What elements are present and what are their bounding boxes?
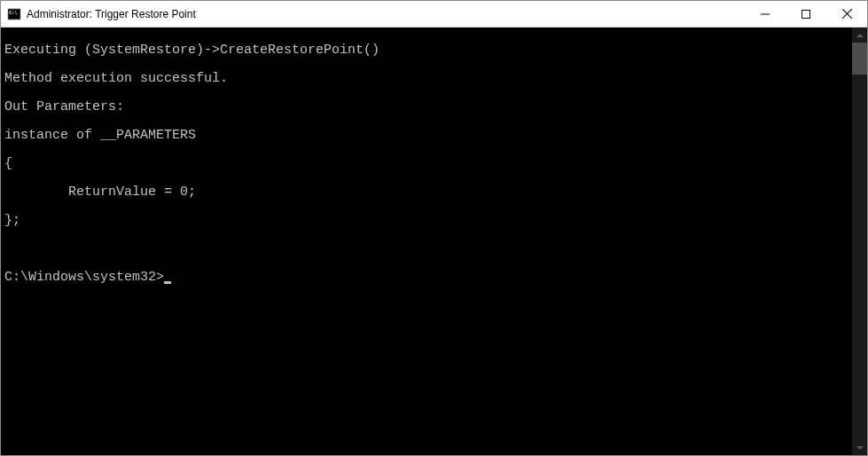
maximize-button[interactable] <box>786 1 826 27</box>
prompt: C:\Windows\system32> <box>4 271 164 285</box>
cmd-icon: C:\ <box>7 7 21 21</box>
cursor <box>164 281 171 284</box>
output-line: { <box>4 157 848 171</box>
vertical-scrollbar[interactable] <box>852 28 867 455</box>
console-output: Executing (SystemRestore)->CreateRestore… <box>1 28 852 455</box>
svg-marker-7 <box>856 446 864 450</box>
minimize-button[interactable] <box>745 1 786 27</box>
close-button[interactable] <box>826 1 867 27</box>
scroll-thumb[interactable] <box>852 43 867 75</box>
output-line: ReturnValue = 0; <box>4 185 848 200</box>
output-line: Executing (SystemRestore)->CreateRestore… <box>4 43 848 58</box>
svg-text:C:\: C:\ <box>9 10 17 15</box>
output-line: Out Parameters: <box>4 100 848 114</box>
output-line: }; <box>4 214 848 228</box>
titlebar[interactable]: C:\ Administrator: Trigger Restore Point <box>1 1 867 28</box>
scroll-down-arrow-icon[interactable] <box>852 440 867 455</box>
svg-marker-6 <box>856 34 864 37</box>
window-controls <box>745 1 867 27</box>
scroll-up-arrow-icon[interactable] <box>852 28 867 43</box>
window-title: Administrator: Trigger Restore Point <box>27 8 745 20</box>
svg-rect-3 <box>802 10 810 18</box>
output-line: instance of __PARAMETERS <box>4 129 848 143</box>
output-line: Method execution successful. <box>4 72 848 86</box>
console-area[interactable]: Executing (SystemRestore)->CreateRestore… <box>1 28 867 455</box>
